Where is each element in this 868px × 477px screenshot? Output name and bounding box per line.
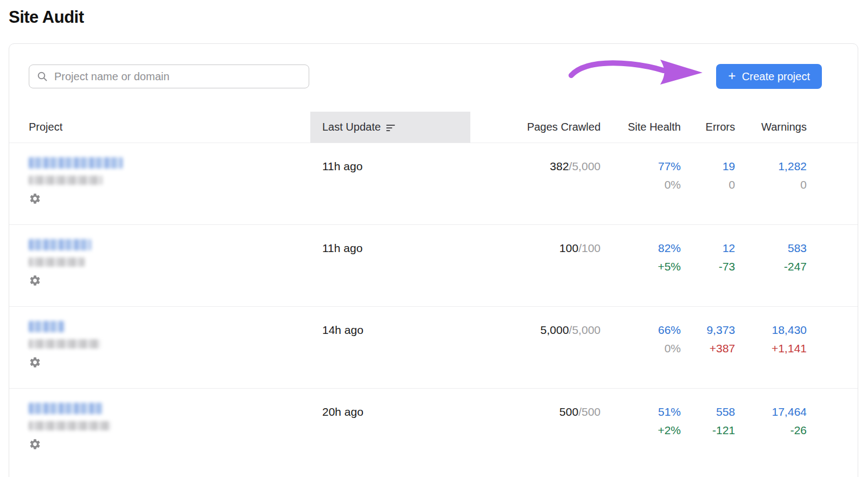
- warnings-delta: 0: [735, 178, 807, 191]
- errors-delta: -73: [681, 260, 735, 273]
- project-domain-redacted: [29, 257, 85, 267]
- pages-crawled-limit: /500: [578, 405, 601, 418]
- site-health-cell: 82% +5%: [601, 225, 681, 306]
- create-project-button[interactable]: + Create project: [716, 64, 822, 89]
- project-name-redacted[interactable]: [29, 403, 103, 414]
- create-project-label: Create project: [742, 70, 810, 83]
- pages-crawled-value: 500: [559, 405, 578, 418]
- errors-delta: +387: [681, 342, 735, 355]
- warnings-delta: -26: [735, 424, 807, 437]
- warnings-value[interactable]: 1,282: [735, 160, 807, 173]
- last-update-cell: 11h ago: [310, 143, 470, 224]
- pages-crawled-limit: /100: [578, 242, 601, 254]
- search-box[interactable]: [29, 65, 309, 88]
- table-row: 20h ago 500/500 51% +2% 558 -121 17,464 …: [9, 389, 858, 470]
- column-header-last-update[interactable]: Last Update: [310, 112, 470, 143]
- settings-gear-icon[interactable]: [29, 356, 41, 369]
- table-header: Project Last Update Pages Crawled Site H…: [9, 112, 858, 143]
- table-row: 14h ago 5,000/5,000 66% 0% 9,373 +387 18…: [9, 307, 858, 389]
- pages-crawled-value: 382: [550, 160, 569, 172]
- last-update-cell: 14h ago: [310, 307, 470, 388]
- pages-crawled-limit: /5,000: [569, 160, 601, 172]
- search-input[interactable]: [54, 70, 301, 83]
- site-health-cell: 77% 0%: [601, 143, 681, 224]
- site-health-delta: +2%: [601, 424, 681, 437]
- pages-crawled-limit: /5,000: [569, 324, 601, 336]
- errors-value[interactable]: 19: [681, 160, 735, 173]
- sort-icon: [386, 124, 395, 131]
- project-cell: [29, 307, 310, 388]
- project-cell: [29, 225, 310, 306]
- errors-value[interactable]: 9,373: [681, 324, 735, 337]
- warnings-delta: -247: [735, 260, 807, 273]
- site-health-value[interactable]: 82%: [601, 242, 681, 255]
- column-header-pages-crawled[interactable]: Pages Crawled: [470, 112, 601, 143]
- last-update-cell: 11h ago: [310, 225, 470, 306]
- errors-value[interactable]: 558: [681, 405, 735, 418]
- warnings-value[interactable]: 17,464: [735, 405, 807, 418]
- project-cell: [29, 143, 310, 224]
- errors-cell: 12 -73: [681, 225, 735, 306]
- site-health-cell: 66% 0%: [601, 307, 681, 388]
- pages-crawled-value: 100: [559, 242, 578, 254]
- site-health-delta: 0%: [601, 178, 681, 191]
- warnings-cell: 583 -247: [735, 225, 807, 306]
- column-header-errors[interactable]: Errors: [681, 112, 735, 143]
- site-health-value[interactable]: 66%: [601, 324, 681, 337]
- project-cell: [29, 389, 310, 470]
- errors-cell: 19 0: [681, 143, 735, 224]
- warnings-cell: 18,430 +1,141: [735, 307, 807, 388]
- site-health-value[interactable]: 77%: [601, 160, 681, 173]
- warnings-value[interactable]: 583: [735, 242, 807, 255]
- column-header-project[interactable]: Project: [29, 112, 310, 143]
- errors-value[interactable]: 12: [681, 242, 735, 255]
- table-row: 11h ago 100/100 82% +5% 12 -73 583 -247: [9, 225, 858, 307]
- warnings-cell: 1,282 0: [735, 143, 807, 224]
- pages-crawled-value: 5,000: [540, 324, 569, 336]
- column-header-warnings[interactable]: Warnings: [735, 112, 807, 143]
- pages-crawled-cell: 500/500: [470, 389, 601, 470]
- settings-gear-icon[interactable]: [29, 192, 41, 205]
- warnings-value[interactable]: 18,430: [735, 324, 807, 337]
- site-health-delta: +5%: [601, 260, 681, 273]
- site-health-value[interactable]: 51%: [601, 405, 681, 418]
- project-name-redacted[interactable]: [29, 239, 91, 250]
- settings-gear-icon[interactable]: [29, 274, 41, 287]
- last-update-cell: 20h ago: [310, 389, 470, 470]
- pages-crawled-cell: 100/100: [470, 225, 601, 306]
- site-audit-panel: + Create project Project Last Update Pag…: [9, 43, 858, 477]
- pages-crawled-cell: 382/5,000: [470, 143, 601, 224]
- search-icon: [37, 71, 48, 82]
- page-title: Site Audit: [9, 8, 868, 27]
- project-domain-redacted: [29, 339, 100, 349]
- project-name-redacted[interactable]: [29, 157, 123, 169]
- project-domain-redacted: [29, 421, 111, 430]
- settings-gear-icon[interactable]: [29, 438, 41, 450]
- toolbar: + Create project: [9, 44, 858, 112]
- project-name-redacted[interactable]: [29, 321, 65, 332]
- errors-cell: 558 -121: [681, 389, 735, 470]
- table-body: 11h ago 382/5,000 77% 0% 19 0 1,282 0 11…: [9, 143, 858, 470]
- project-domain-redacted: [29, 176, 103, 185]
- warnings-delta: +1,141: [735, 342, 807, 355]
- errors-delta: 0: [681, 178, 735, 191]
- errors-delta: -121: [681, 424, 735, 437]
- site-health-delta: 0%: [601, 342, 681, 355]
- plus-icon: +: [728, 69, 736, 82]
- table-row: 11h ago 382/5,000 77% 0% 19 0 1,282 0: [9, 143, 858, 225]
- errors-cell: 9,373 +387: [681, 307, 735, 388]
- site-health-cell: 51% +2%: [601, 389, 681, 470]
- warnings-cell: 17,464 -26: [735, 389, 807, 470]
- annotation-arrow-icon: [567, 58, 709, 92]
- pages-crawled-cell: 5,000/5,000: [470, 307, 601, 388]
- column-header-site-health[interactable]: Site Health: [601, 112, 681, 143]
- last-update-label: Last Update: [322, 121, 381, 133]
